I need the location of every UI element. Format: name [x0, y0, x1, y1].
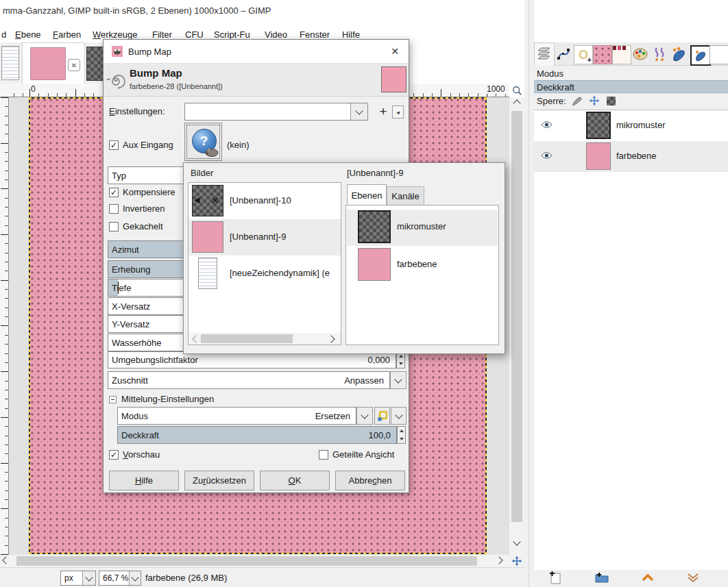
- pan-view-icon[interactable]: [509, 555, 524, 567]
- image-item-neuezeichendynamik[interactable]: [neueZeichendynamik] (e: [189, 255, 341, 292]
- image-name: [neueZeichendynamik] (e: [230, 268, 339, 278]
- tool-presets-icon[interactable]: [690, 45, 711, 66]
- zoom-follow-window-icon[interactable]: [510, 84, 524, 97]
- zoom-select[interactable]: 66,7 %: [99, 571, 141, 586]
- image-tab-checker-thumbnail[interactable]: [86, 47, 104, 81]
- chevron-down-icon[interactable]: [350, 103, 367, 120]
- unit-select[interactable]: px: [60, 571, 96, 586]
- layers-icon[interactable]: [535, 45, 553, 63]
- dock-splitter[interactable]: [524, 0, 534, 587]
- layer-row-mikromuster[interactable]: mikromuster: [534, 110, 728, 141]
- vertical-scrollbar-thumb[interactable]: [511, 111, 522, 522]
- zuruecksetzen-button[interactable]: Zurücksetzen: [184, 471, 254, 490]
- aux-input-chooser-button[interactable]: ?: [184, 123, 222, 161]
- wilber-icon: [112, 46, 123, 57]
- fonts-icon[interactable]: O+: [574, 45, 593, 64]
- add-preset-icon[interactable]: +: [376, 103, 391, 121]
- palette-icon[interactable]: [631, 45, 649, 63]
- paint-dynamics-icon[interactable]: [651, 45, 668, 63]
- scroll-right-icon[interactable]: [496, 558, 504, 563]
- brushes-icon[interactable]: [670, 45, 688, 63]
- lock-pixels-brush-icon[interactable]: [571, 96, 583, 108]
- dock-lock-label: Sperre:: [537, 96, 566, 106]
- scroll-left-icon[interactable]: [191, 336, 199, 342]
- zuschnitt-select[interactable]: ZuschnittAnpassen: [108, 371, 390, 389]
- menu-item-werkzeuge[interactable]: Werkzeuge: [93, 29, 138, 40]
- chevron-down-icon[interactable]: [129, 571, 141, 585]
- ok-button[interactable]: OK: [260, 471, 330, 490]
- bilder-label: Bilder: [191, 168, 213, 178]
- dock-opacity-slider[interactable]: Deckkraft: [534, 80, 728, 93]
- vertical-scrollbar[interactable]: [509, 97, 524, 555]
- abbrechen-button[interactable]: Abbrechen: [335, 471, 405, 490]
- horizontal-scrollbar-thumb[interactable]: [16, 556, 477, 566]
- mittelung-expander-label[interactable]: Mittelung-Einstellungen: [121, 394, 214, 404]
- chevron-down-icon[interactable]: [82, 571, 95, 585]
- settings-combobox[interactable]: [184, 103, 368, 121]
- chevron-down-icon[interactable]: [390, 371, 407, 389]
- patterns-icon[interactable]: [593, 45, 612, 64]
- menu-item-hilfe[interactable]: Hilfe: [342, 29, 360, 40]
- vorschau-checkbox[interactable]: ✓: [109, 450, 119, 460]
- eye-icon[interactable]: [541, 121, 553, 131]
- scroll-left-icon[interactable]: [1, 558, 9, 563]
- scroll-up-icon[interactable]: [509, 99, 524, 108]
- scroll-down-icon[interactable]: [509, 541, 524, 551]
- menu-item-farben[interactable]: Farben: [53, 29, 81, 40]
- menu-item-ebene[interactable]: Ebene: [15, 29, 41, 40]
- eye-icon[interactable]: [541, 151, 553, 162]
- deckkraft-slider[interactable]: Deckkraft100,0: [117, 426, 397, 444]
- menu-item-scriptfu[interactable]: Script-Fu: [214, 29, 250, 40]
- zuschnitt-value: Anpassen: [344, 375, 386, 386]
- images-hscrollbar[interactable]: [189, 333, 341, 345]
- image-tab-close-icon[interactable]: ✕: [68, 59, 80, 71]
- ruler-corner: [0, 84, 9, 97]
- hscrollbar-thumb[interactable]: [201, 334, 293, 343]
- lock-position-move-icon[interactable]: [589, 95, 600, 108]
- paths-icon[interactable]: [555, 45, 572, 63]
- gradients-icon[interactable]: [612, 45, 631, 64]
- kompensieren-checkbox[interactable]: ✓: [109, 188, 119, 197]
- menu-item-video[interactable]: Video: [265, 29, 287, 40]
- menu-item-fenster[interactable]: Fenster: [300, 29, 330, 40]
- tab-ebenen[interactable]: Ebenen: [347, 184, 387, 205]
- settings-label: Einstellungen:: [109, 106, 165, 116]
- image-item-unbenannt-9[interactable]: [Unbenannt]-9: [189, 219, 341, 255]
- new-layer-icon[interactable]: [548, 571, 561, 586]
- image-tab-pink-thumbnail[interactable]: [30, 47, 66, 80]
- image-item-unbenannt-10[interactable]: ◂ ✕ [Unbenannt]-10: [189, 183, 341, 219]
- expander-minus-icon[interactable]: [109, 396, 117, 403]
- popup-layer-row-mikromuster[interactable]: mikromuster: [347, 210, 498, 246]
- layer-row-farbebene[interactable]: farbebene: [534, 141, 728, 172]
- hilfe-button[interactable]: Hilfe: [109, 471, 179, 490]
- invertieren-checkbox[interactable]: [109, 204, 119, 214]
- dialog-titlebar[interactable]: Bump Map ✕: [104, 40, 409, 64]
- spinner[interactable]: [397, 426, 406, 444]
- blend-space-reset-icon[interactable]: [374, 407, 390, 425]
- vorschau-label: Vorschau: [123, 449, 160, 460]
- menu-item-cfu[interactable]: CFU: [185, 29, 204, 40]
- popup-layer-row-farbebene[interactable]: farbebene: [347, 246, 498, 282]
- vertical-ruler[interactable]: [0, 97, 9, 555]
- menu-item-bild[interactable]: d: [1, 29, 6, 40]
- scroll-right-icon[interactable]: [328, 336, 336, 342]
- menu-item-filter[interactable]: Filter: [152, 29, 172, 40]
- gekachelt-checkbox[interactable]: [109, 222, 119, 232]
- modus-select[interactable]: ModusErsetzen: [117, 407, 356, 425]
- aux-input-checkbox[interactable]: ✓: [109, 140, 119, 150]
- layer-boundary-left: [29, 97, 30, 554]
- horizontal-scrollbar[interactable]: [0, 555, 509, 567]
- raise-layer-icon[interactable]: [642, 573, 654, 584]
- manage-presets-icon[interactable]: ◂: [392, 105, 404, 118]
- geteilte-ansicht-checkbox[interactable]: [319, 450, 328, 460]
- image-tab-document-thumbnail[interactable]: [1, 46, 19, 80]
- lower-layer-icon[interactable]: [687, 573, 699, 584]
- new-layer-group-icon[interactable]: [595, 571, 609, 585]
- tab-kanaele[interactable]: Kanäle: [387, 186, 424, 205]
- document-history-icon[interactable]: [709, 45, 728, 64]
- close-icon[interactable]: ✕: [386, 43, 404, 60]
- chevron-down-icon[interactable]: [391, 407, 407, 425]
- chevron-down-icon[interactable]: [356, 407, 373, 425]
- unit-value: px: [61, 573, 73, 583]
- lock-alpha-icon[interactable]: [607, 97, 616, 105]
